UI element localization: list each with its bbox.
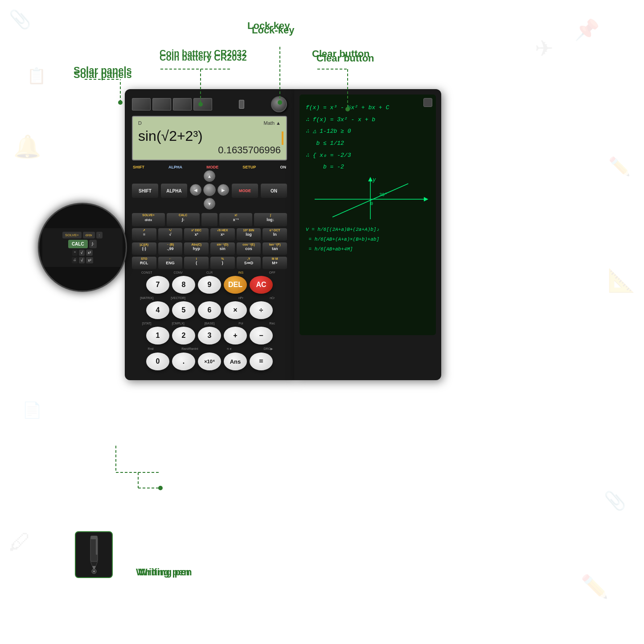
shift-label: SHIFT <box>133 165 144 169</box>
numpad-row-1: 7 8 9 DEL AC <box>132 276 287 294</box>
clear-notepad-button[interactable] <box>423 98 432 107</box>
zoom-content: SOLVE= d/dx : CALC ∫- ≡ √ x² 🖨 √ x² <box>42 228 123 267</box>
top-function-row: SHIFT ALPHA ▲ ▼ ◀ ▶ MODE ON <box>132 170 287 211</box>
numpad-row-labels-1: CONST CONV CLR INS OFF <box>132 271 287 274</box>
del-button[interactable]: DEL <box>224 276 247 294</box>
neg-button[interactable]: |∠|(A) (-) <box>132 242 156 255</box>
svg-rect-28 <box>90 536 98 539</box>
solve-button[interactable]: SOLVE= d/dx <box>132 213 165 226</box>
solar-panel-3 <box>173 98 192 111</box>
sin-button[interactable]: sin⁻¹(D) sin <box>210 242 235 255</box>
nav-down-button[interactable]: ▼ <box>204 198 215 209</box>
zoom-row-2: CALC ∫- <box>46 240 119 248</box>
svg-point-11 <box>158 486 163 490</box>
solar-panels-label-2: Solar panels <box>74 65 132 76</box>
sqrt-button[interactable]: ³√ √ <box>158 228 183 241</box>
cos-button[interactable]: cos⁻¹(E) cos <box>237 242 261 255</box>
alpha-label: ALPHA <box>168 165 182 169</box>
coin-battery-label-2: Coin battery CR2032 <box>160 48 247 58</box>
writing-pen-area <box>75 531 113 578</box>
lparen-button[interactable]: i ( <box>184 257 209 269</box>
solve-row: SOLVE= d/dx CALC ∫- x! x⁻¹ ∫ log↓ <box>132 213 287 226</box>
placeholder1 <box>201 213 218 226</box>
xn-button[interactable]: √6 HEX xⁿ <box>210 228 235 241</box>
xinv-button[interactable]: x! x⁻¹ <box>219 213 252 226</box>
numpad-row-3: 1 2 3 + − <box>132 327 287 345</box>
hyp-button[interactable]: Abs(C) hyp <box>184 242 209 255</box>
svg-text:0: 0 <box>370 201 373 206</box>
lock-key-button[interactable] <box>271 96 287 112</box>
formula-line-5: ∴ { x₀ = -2/3 <box>306 150 430 161</box>
trig-inv-row: |∠|(A) (-) ←(B) .,99 Abs(C) hyp sin⁻¹(D)… <box>132 242 287 255</box>
main-content: Solar panels Coin battery CR2032 Lock-ke… <box>0 0 644 644</box>
num-6-button[interactable]: 6 <box>198 301 221 319</box>
calc-button[interactable]: CALC ∫- <box>167 213 200 226</box>
lock-key-label-2: Lock-key <box>247 20 290 32</box>
num-1-button[interactable]: 1 <box>146 327 169 345</box>
exp-button[interactable]: ×10ˣ <box>198 353 221 370</box>
ac-button[interactable]: AC <box>250 276 273 294</box>
num-5-button[interactable]: 5 <box>172 301 195 319</box>
setup-label: SETUP <box>242 165 256 169</box>
formula-line-4: b ≤ 1/12 <box>306 138 430 149</box>
equals-button[interactable]: = <box>250 353 273 370</box>
solar-panel-4 <box>193 98 212 111</box>
writing-pen-image <box>75 531 113 578</box>
x3-button[interactable]: x³ DEC x² <box>184 228 209 241</box>
math-row-1: ↗ ≡ ³√ √ x³ DEC x² √6 HEX xⁿ 10ˣ BIN l <box>132 228 287 241</box>
notepad-formulas-top: f(x) = x³ - ½x² + bx + C ∴ f(x) = 3x² - … <box>306 103 430 173</box>
display-top-bar: D Math ▲ <box>138 120 281 126</box>
display-scroll-indicator <box>282 131 283 145</box>
multiply-button[interactable]: × <box>224 301 247 319</box>
nav-left-button[interactable]: ◀ <box>190 184 201 196</box>
shift-button[interactable]: SHIFT <box>132 184 158 198</box>
divide-button[interactable]: ÷ <box>250 301 273 319</box>
num-7-button[interactable]: 7 <box>146 276 169 294</box>
decimal-button[interactable]: . <box>172 353 195 370</box>
alpha-button[interactable]: ALPHA <box>161 184 187 198</box>
ans-button[interactable]: Ans <box>224 353 247 370</box>
nav-center-button[interactable] <box>203 184 216 196</box>
fraction-button[interactable]: ↗ ≡ <box>132 228 156 241</box>
rparen-button[interactable]: % ) <box>210 257 235 269</box>
numpad-row-labels-4: Rnd Ran#RanInt π e DRG▶ <box>132 347 287 351</box>
tan-button[interactable]: tan⁻¹(F) tan <box>263 242 287 255</box>
numpad-row-labels-3: [STAT] [CMPLX] [BASE] Pol Rec <box>132 322 287 325</box>
on-button[interactable]: ON <box>261 184 287 198</box>
svg-point-30 <box>93 570 95 572</box>
ln-button[interactable]: eˣ OCT ln <box>263 228 287 241</box>
sod-button[interactable]: ,Y S⇔D <box>237 257 261 269</box>
eng-button[interactable]: ← ENG <box>158 257 183 269</box>
zoom-circle: SOLVE= d/dx : CALC ∫- ≡ √ x² 🖨 √ x² <box>38 203 127 292</box>
top-button-labels: SHIFT ALPHA MODE SETUP ON <box>132 165 287 169</box>
num-3-button[interactable]: 3 <box>198 327 221 345</box>
formula-line-3: ∴ △ 1-12b ≥ 0 <box>306 126 430 137</box>
volume-line-1: V = h/6[(2A+a)B+(2a+A)b]₂ <box>306 226 430 234</box>
nav-right-button[interactable]: ▶ <box>217 184 229 196</box>
calculator-wrapper: D Math ▲ sin(√2+2³) 0.1635706996 SHIFT A… <box>125 89 441 380</box>
solar-panels <box>132 98 212 111</box>
mplus-button[interactable]: M M M+ <box>263 257 287 269</box>
plus-button[interactable]: + <box>224 327 247 345</box>
num-2-button[interactable]: 2 <box>172 327 195 345</box>
formula-line-1: f(x) = x³ - ½x² + bx + C <box>306 103 430 114</box>
zoom-row-1: SOLVE= d/dx : <box>46 232 119 238</box>
nav-cluster: ▲ ▼ ◀ ▶ <box>190 170 229 209</box>
battery-indicator <box>239 100 244 109</box>
on-label: ON <box>280 165 286 169</box>
display-expression: sin(√2+2³) <box>138 127 281 144</box>
num-8-button[interactable]: 8 <box>172 276 195 294</box>
num-9-button[interactable]: 9 <box>198 276 221 294</box>
mode-button[interactable]: MODE <box>232 184 258 198</box>
nav-up-button[interactable]: ▲ <box>204 170 215 182</box>
calculator-display: D Math ▲ sin(√2+2³) 0.1635706996 <box>132 116 287 160</box>
log-button[interactable]: 10ˣ BIN log <box>237 228 261 241</box>
svg-marker-18 <box>368 177 373 181</box>
rcl-button[interactable]: STO RCL <box>132 257 156 269</box>
minus-button[interactable]: − <box>250 327 273 345</box>
num-0-button[interactable]: 0 <box>146 353 169 370</box>
zoom-row-3: ≡ √ x² <box>46 250 119 256</box>
comma-button[interactable]: ←(B) .,99 <box>158 242 183 255</box>
num-4-button[interactable]: 4 <box>146 301 169 319</box>
log-button-top[interactable]: ∫ log↓ <box>254 213 287 226</box>
